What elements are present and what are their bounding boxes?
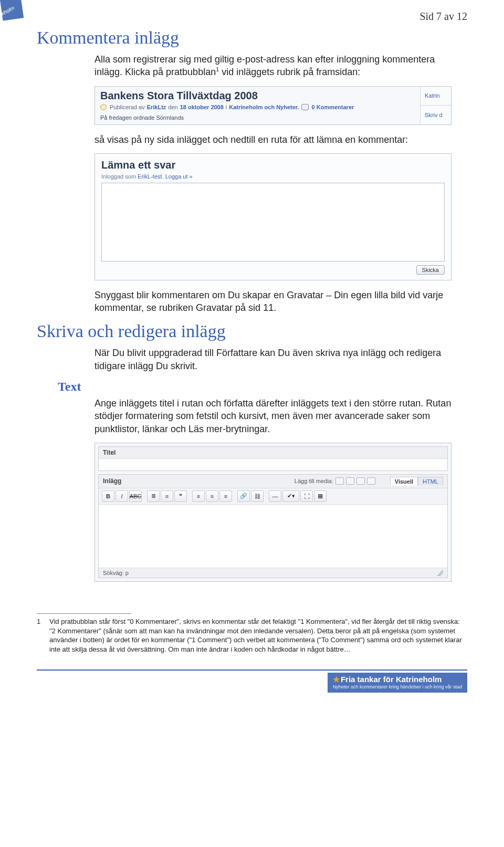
comment-form-meta: Inloggad som ErikL-test. Logga ut » [101, 173, 445, 180]
footer-box: ★Fria tankar för Katrineholm Nyheter och… [328, 673, 467, 693]
tb-strike[interactable]: ABC [129, 490, 142, 502]
tb-fullscreen[interactable]: ⛶ [300, 490, 313, 502]
meta-comments[interactable]: 0 Kommentarer [312, 104, 354, 110]
para-4: När Du blivit uppgraderad till Författar… [94, 347, 452, 372]
add-media-icon[interactable] [367, 477, 375, 485]
footnote-1: 1 Vid pratbubblan står först "0 Kommenta… [37, 617, 467, 654]
screenshot-post-header: Bankens Stora Tillväxtdag 2008 Publicera… [94, 86, 452, 125]
para-5: Ange inläggets titel i rutan och författ… [94, 397, 452, 435]
tb-ul[interactable]: ≣ [147, 490, 160, 502]
comment-form-title: Lämna ett svar [101, 159, 445, 171]
para-1: Alla som registrerar sig med giltig e-po… [94, 53, 452, 79]
screenshot-comment-form: Lämna ett svar Inloggad som ErikL-test. … [94, 153, 452, 280]
page-number: Sid 7 av 12 [37, 11, 467, 23]
tb-more[interactable]: — [269, 490, 281, 502]
tb-align-right[interactable]: ≡ [219, 490, 232, 502]
footer-title: ★Fria tankar för Katrineholm [333, 675, 462, 684]
footer-subtitle: Nyheter och kommentarer kring händelser … [333, 684, 462, 689]
editor-statusbar: Sökväg: p [99, 568, 447, 578]
post-title[interactable]: Bankens Stora Tillväxtdag 2008 [100, 90, 415, 102]
editor-body-header: Inlägg Lägg till media: Visuell HTML [99, 475, 447, 488]
post-header-main: Bankens Stora Tillväxtdag 2008 Publicera… [95, 87, 421, 124]
meta-cats[interactable]: Katrineholm och Nyheter. [229, 104, 299, 110]
footnote-number: 1 [37, 617, 43, 654]
editor-textarea[interactable] [99, 505, 447, 568]
para-3: Snyggast blir kommentaren om Du skapar e… [94, 289, 452, 315]
add-audio-icon[interactable] [356, 477, 365, 485]
meta-date: 18 oktober 2008 [180, 104, 224, 110]
clock-icon [100, 104, 107, 110]
tab-html[interactable]: HTML [418, 477, 443, 486]
media-row: Lägg till media: Visuell HTML [295, 477, 443, 486]
post-meta: Publicerad av ErikLtz den 18 oktober 200… [100, 104, 415, 110]
star-icon: ★ [333, 675, 340, 684]
tb-ol[interactable]: ≡ [161, 490, 173, 502]
add-image-icon[interactable] [335, 477, 344, 485]
tb-quote[interactable]: ❝ [174, 490, 187, 502]
corner-badge: kholm [0, 0, 24, 21]
post-preview: På fredagen ordnade Sörmlands [100, 114, 415, 121]
editor-title-label: Titel [99, 447, 447, 459]
comment-textarea[interactable] [101, 183, 445, 262]
cf-meta-a: Inloggad som [101, 173, 136, 180]
side-link-1[interactable]: Katrin [421, 87, 451, 106]
add-video-icon[interactable] [346, 477, 354, 485]
resize-handle-icon[interactable] [437, 570, 443, 576]
page-footer: ★Fria tankar för Katrineholm Nyheter och… [37, 673, 467, 693]
meta-author[interactable]: ErikLtz [147, 104, 166, 110]
cf-user-link[interactable]: ErikL-test [138, 173, 162, 180]
post-sidebar: Katrin Skriv d [421, 87, 451, 124]
editor-body-box: Inlägg Lägg till media: Visuell HTML B I [98, 474, 448, 578]
title-input[interactable] [99, 459, 447, 470]
tb-align-center[interactable]: ≡ [206, 490, 218, 502]
editor-toolbar: B I ABC ≣ ≡ ❝ ≡ ≡ ≡ 🔗 ⛓ — ✔▾ ⛶ ▦ [99, 488, 447, 505]
label-titel: Titel [103, 449, 116, 456]
tb-align-left[interactable]: ≡ [192, 490, 205, 502]
meta-den: den [168, 104, 177, 110]
tb-bold[interactable]: B [102, 490, 114, 502]
label-inlagg: Inlägg [103, 477, 121, 485]
footnote-text: Vid pratbubblan står först "0 Kommentare… [49, 617, 467, 654]
page: kholm Sid 7 av 12 Kommentera inlägg Alla… [0, 0, 504, 847]
heading-skriva: Skriva och redigera inlägg [37, 321, 467, 341]
subheading-text: Text [58, 380, 467, 394]
meta-i: i [226, 104, 227, 110]
editor-title-box: Titel [98, 446, 448, 471]
corner-badge-text: kholm [0, 1, 22, 16]
tb-kitchensink[interactable]: ▦ [314, 490, 327, 502]
tb-italic[interactable]: I [116, 490, 128, 502]
speech-bubble-icon[interactable] [301, 104, 309, 110]
footer-title-text: Fria tankar för Katrineholm [341, 675, 442, 684]
editor-tabs: Visuell HTML [390, 477, 443, 486]
comment-form-footer: Skicka [101, 265, 445, 275]
tab-visual[interactable]: Visuell [390, 477, 418, 486]
heading-kommentera: Kommentera inlägg [37, 28, 467, 48]
para-1-b: vid inläggets rubrik på framsidan: [219, 67, 360, 77]
meta-pub: Publicerad av [110, 104, 145, 110]
para-2: så visas på ny sida inlägget och nedtill… [94, 133, 452, 146]
tb-link[interactable]: 🔗 [237, 490, 250, 502]
screenshot-editor: Titel Inlägg Lägg till media: Visuell HT… [94, 443, 452, 582]
footnote-separator [37, 613, 131, 614]
footer-rule [37, 670, 467, 671]
tb-spellcheck[interactable]: ✔▾ [282, 490, 299, 502]
side-link-2[interactable]: Skriv d [421, 106, 451, 124]
label-media: Lägg till media: [295, 478, 333, 484]
cf-logout-link[interactable]: Logga ut » [165, 173, 193, 180]
tb-unlink[interactable]: ⛓ [251, 490, 264, 502]
status-path: Sökväg: p [103, 570, 129, 576]
submit-button[interactable]: Skicka [416, 265, 445, 275]
